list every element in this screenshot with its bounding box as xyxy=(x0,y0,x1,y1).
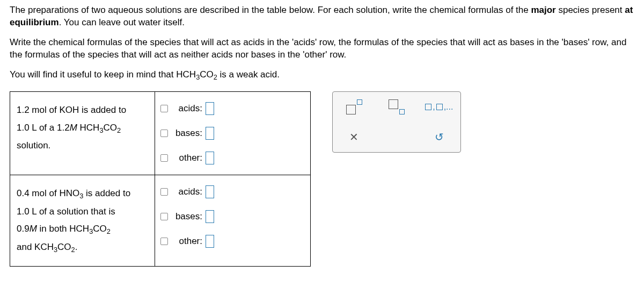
formula-hch3co2: HCH3CO2 xyxy=(69,224,111,234)
bases-input[interactable] xyxy=(206,127,214,140)
other-input[interactable] xyxy=(206,152,214,164)
undo-button[interactable]: ↺ xyxy=(418,122,460,152)
solutions-table: 1.2 mol of KOH is added to 1.0 L of a 1.… xyxy=(10,91,311,267)
list-icon: ,,... xyxy=(425,102,453,112)
instruction-p1: The preparations of two aqueous solution… xyxy=(10,4,634,29)
instructions: The preparations of two aqueous solution… xyxy=(10,4,634,82)
instruction-p2: Write the chemical formulas of the speci… xyxy=(10,37,634,61)
none-checkbox[interactable] xyxy=(160,213,168,220)
subscript-button[interactable] xyxy=(375,92,418,122)
undo-icon: ↺ xyxy=(435,131,444,144)
none-checkbox[interactable] xyxy=(160,130,168,137)
bases-input[interactable] xyxy=(206,210,214,223)
acids-input[interactable] xyxy=(206,185,214,198)
other-label: other: xyxy=(171,153,202,163)
solution-1-description: 1.2 mol of KOH is added to 1.0 L of a 1.… xyxy=(10,92,155,175)
solution-1-fields: acids: bases: other: xyxy=(155,92,311,175)
solution-2-fields: acids: bases: other: xyxy=(155,175,311,267)
other-label: other: xyxy=(171,236,202,247)
close-icon: ✕ xyxy=(349,131,358,144)
acids-label: acids: xyxy=(171,186,202,197)
acids-input[interactable] xyxy=(206,102,214,115)
superscript-button[interactable] xyxy=(333,92,375,122)
none-checkbox[interactable] xyxy=(160,154,168,162)
solution-2-description: 0.4 mol of HNO3 is added to 1.0 L of a s… xyxy=(10,175,155,267)
superscript-icon xyxy=(346,99,362,114)
none-checkbox[interactable] xyxy=(160,105,168,112)
other-input[interactable] xyxy=(206,235,214,248)
none-checkbox[interactable] xyxy=(160,188,168,196)
bases-label: bases: xyxy=(171,128,202,139)
formula-hch3co2: HCH3CO2 xyxy=(80,123,121,133)
none-checkbox[interactable] xyxy=(160,238,168,245)
subscript-icon xyxy=(389,99,405,114)
tool-palette: ,,... ✕ ↺ xyxy=(332,91,461,153)
instruction-p3: You will find it useful to keep in mind … xyxy=(10,69,634,82)
spacer xyxy=(375,122,418,152)
bases-label: bases: xyxy=(171,211,202,222)
list-button[interactable]: ,,... xyxy=(418,92,460,122)
formula-hch3co2: HCH3CO2 xyxy=(176,69,217,80)
acids-label: acids: xyxy=(171,103,202,114)
clear-button[interactable]: ✕ xyxy=(333,122,375,152)
